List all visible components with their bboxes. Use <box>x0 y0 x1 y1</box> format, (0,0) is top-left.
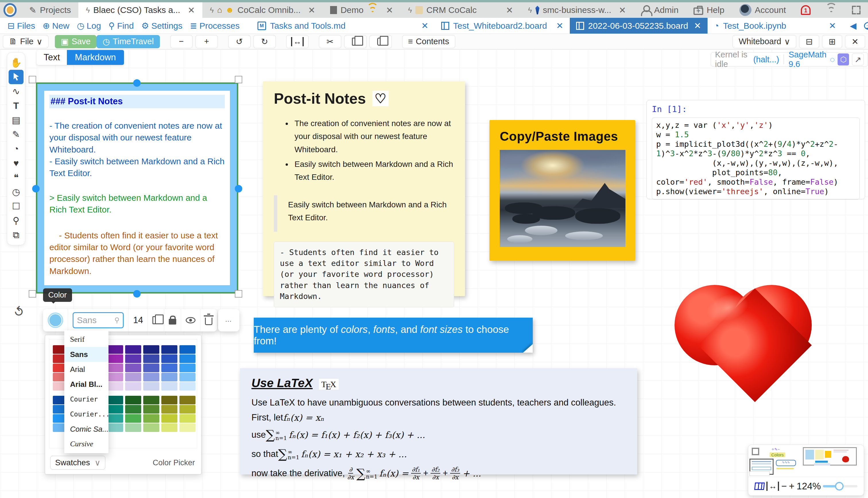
swatch[interactable] <box>161 373 177 381</box>
tab-smc-business[interactable]: ϟsmc-business-w...✕ <box>521 2 634 18</box>
close-icon[interactable]: ✕ <box>829 21 836 31</box>
lock-button[interactable] <box>164 309 181 331</box>
contents-button[interactable]: ≡Contents <box>402 35 455 48</box>
fit-width-button[interactable]: ↔ <box>767 482 779 491</box>
close-frame-button[interactable]: ✕ <box>845 35 865 48</box>
font-option-arial[interactable]: Arial <box>64 362 109 377</box>
swatch[interactable] <box>179 382 195 391</box>
fullscreen-button[interactable] <box>844 2 868 18</box>
font-family-select[interactable]: Sans⚲ <box>68 309 128 331</box>
latex-note[interactable]: Use LaTeXTEX Use LaTeX to have unambiguo… <box>240 368 637 474</box>
zoom-slider[interactable] <box>823 485 857 487</box>
swatch[interactable] <box>107 414 123 423</box>
split-vertical-button[interactable]: ⊞ <box>822 35 842 48</box>
font-option-sans[interactable]: Sans <box>64 347 109 362</box>
pan-tool[interactable]: ✋ <box>9 55 24 70</box>
rotate-handle[interactable]: ↺ <box>10 303 28 320</box>
close-icon[interactable]: ✕ <box>421 21 429 31</box>
swatch[interactable] <box>161 414 177 423</box>
pages-tool[interactable]: ⧉ <box>9 228 24 242</box>
save-button[interactable]: ▣Save <box>55 35 97 48</box>
swatch[interactable] <box>125 405 141 414</box>
swatch[interactable] <box>161 354 177 363</box>
undo-button[interactable]: ↺ <box>228 35 250 48</box>
swatch[interactable] <box>125 382 141 391</box>
timetravel-button[interactable]: ◷TimeTravel <box>96 35 160 48</box>
cell-code[interactable]: x,y,z = var ('x','y','z') w = 1.5 p = im… <box>652 117 860 200</box>
tab-crm-cocalc[interactable]: ϟCRM CoCalc✕ <box>401 2 521 18</box>
hide-button[interactable] <box>181 309 200 331</box>
swatch[interactable] <box>179 354 195 363</box>
swatch[interactable] <box>107 364 123 372</box>
banner-note[interactable]: There are plenty of colors, fonts, and f… <box>254 318 533 353</box>
file-menu-button[interactable]: 🗎File∨ <box>3 35 49 48</box>
swatch[interactable] <box>143 414 159 423</box>
font-size-input[interactable]: 14 <box>128 309 148 331</box>
chat-button[interactable]: ⋯Chat <box>864 21 868 31</box>
close-icon[interactable]: ✕ <box>619 5 626 15</box>
swatch[interactable] <box>125 414 141 423</box>
swatch[interactable] <box>125 373 141 381</box>
font-option-serif[interactable]: Serif <box>64 332 109 347</box>
edge-handle-e[interactable] <box>235 185 242 193</box>
swatch[interactable] <box>125 354 141 363</box>
close-icon[interactable]: ✕ <box>556 21 564 31</box>
resize-handle-ne[interactable] <box>235 76 242 83</box>
minimap-viewport[interactable] <box>803 447 857 466</box>
swatch[interactable] <box>107 396 123 404</box>
icons-tool[interactable]: ♥ <box>9 156 24 170</box>
text-tool[interactable]: T <box>9 99 24 113</box>
swatch[interactable] <box>179 373 195 381</box>
files-button[interactable]: ⊟Files <box>8 21 35 31</box>
resize-handle-nw[interactable] <box>29 76 36 83</box>
more-options-button[interactable]: ... <box>218 309 240 331</box>
chat-tool[interactable]: ❝ <box>9 170 24 185</box>
processes-button[interactable]: ≣Processes <box>190 21 240 31</box>
text-mode-button[interactable]: Text <box>37 50 67 65</box>
delete-button[interactable] <box>200 309 217 331</box>
edge-handle-w[interactable] <box>32 185 40 193</box>
close-icon[interactable]: ✕ <box>188 5 195 15</box>
swatch[interactable] <box>161 405 177 414</box>
swatch[interactable] <box>161 423 177 432</box>
swatch[interactable] <box>143 382 159 391</box>
resize-handle-sw[interactable] <box>29 290 36 298</box>
file-tab-whiteboard2[interactable]: Test_Whiteboard2.board✕ <box>435 18 570 34</box>
zoom-out-button[interactable]: − <box>781 481 787 492</box>
swatch[interactable] <box>143 345 159 354</box>
swatch[interactable] <box>107 382 123 391</box>
swatch[interactable] <box>179 345 195 354</box>
swatch[interactable] <box>107 345 123 354</box>
refresh-icon[interactable]: ◌ <box>830 55 835 64</box>
tab-blaec-tasks[interactable]: ϟBlaec (CSO) Tasks a...✕ <box>78 2 202 18</box>
resize-handle-se[interactable] <box>235 290 242 298</box>
image-note[interactable]: Copy/Paste Images <box>489 120 635 261</box>
font-option-arial-black[interactable]: Arial Bl... <box>64 377 109 392</box>
swatch[interactable] <box>125 396 141 404</box>
sage-kernel-button[interactable]: ⬡ <box>838 53 849 65</box>
zoom-out-button[interactable]: − <box>170 35 193 48</box>
admin-button[interactable]: Admin <box>634 2 686 18</box>
frame-type-select[interactable]: Whiteboard∨ <box>733 35 796 48</box>
swatch[interactable] <box>107 354 123 363</box>
external-link-button[interactable]: ↗ <box>852 53 864 65</box>
swatch[interactable] <box>107 405 123 414</box>
swatch[interactable] <box>143 373 159 381</box>
swatches-select[interactable]: Swatches∨ <box>50 456 105 470</box>
duplicate-button[interactable] <box>148 309 164 331</box>
font-option-comic-sans[interactable]: Comic Sa... <box>64 422 109 436</box>
font-option-courier-new[interactable]: Courier... <box>64 407 109 422</box>
pen-tool[interactable]: ✎ <box>9 127 24 142</box>
tab-cocalc-omnib[interactable]: ϟ⌂☻CoCalc Omnib...✕ <box>202 2 323 18</box>
minimap-view[interactable]: ✧✎~ Colors ∿∿∿ <box>748 445 864 477</box>
slider-knob[interactable] <box>835 482 844 490</box>
cocalc-logo-icon[interactable] <box>3 3 17 17</box>
whiteboard-canvas[interactable]: ✋ ∿ T ▤ ✎ ◔ ♥ ❝ ◷ ☐ ⚲ ⧉ Text Markdown Ke… <box>0 49 868 498</box>
jupyter-code-cell[interactable]: In [1]: x,y,z = var ('x','y','z') w = 1.… <box>647 100 865 199</box>
file-tab-tasks-md[interactable]: MTasks and Tools.md✕ <box>251 18 435 34</box>
swatch[interactable] <box>161 382 177 391</box>
selected-markdown-note[interactable]: ### Post-it Notes - The creation of conv… <box>36 82 238 293</box>
close-icon[interactable]: ✕ <box>308 5 315 15</box>
swatch[interactable] <box>161 396 177 404</box>
file-tab-board-active[interactable]: 2022-06-03-052235.board✕ <box>570 18 707 34</box>
